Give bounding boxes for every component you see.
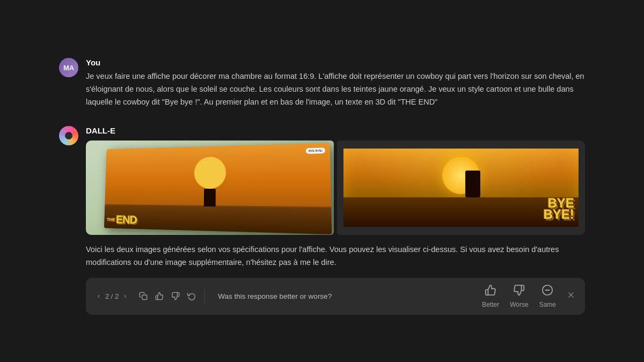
billboard-frame: BYEBYE! (337, 141, 585, 235)
feedback-bar: ‹ 2 / 2 › (86, 278, 585, 315)
feedback-close-button[interactable] (567, 291, 575, 301)
same-label: Same (539, 301, 556, 308)
svg-rect-0 (142, 295, 147, 300)
nav-fraction: 2 / 2 (105, 292, 119, 300)
generated-image-2[interactable]: BYEBYE! (337, 141, 585, 235)
action-icons (139, 292, 196, 300)
feedback-question: Was this response better or worse? (214, 292, 473, 300)
dalle-avatar (59, 126, 78, 145)
poster-card: BYE BYE! THE END (104, 143, 332, 234)
billboard-inner: BYEBYE! (343, 149, 579, 227)
dalle-author-label: DALL-E (86, 126, 585, 135)
nav-next-button[interactable]: › (122, 291, 128, 301)
chat-container: MA You Je veux faire une affiche pour dé… (59, 47, 585, 315)
worse-label: Worse (510, 301, 528, 308)
dalle-response-text: Voici les deux images générées selon vos… (86, 243, 585, 269)
the-text: THE (107, 217, 115, 222)
refresh-button[interactable] (187, 292, 196, 300)
nav-prev-button[interactable]: ‹ (96, 291, 102, 301)
better-option[interactable]: Better (482, 284, 499, 308)
billboard-cowboy-silhouette (465, 171, 480, 197)
same-icon (541, 284, 553, 299)
images-row: BYE BYE! THE END (86, 141, 585, 235)
thumbs-down-button[interactable] (171, 292, 180, 300)
vertical-divider (204, 290, 205, 302)
feedback-options: Better Worse (482, 284, 556, 308)
poster-cowboy-silhouette (204, 189, 216, 208)
thumbs-up-icon (485, 284, 496, 299)
nav-controls: ‹ 2 / 2 › (96, 291, 128, 301)
user-avatar: MA (59, 58, 78, 77)
billboard-bye-text: BYEBYE! (544, 197, 574, 220)
better-label: Better (482, 301, 499, 308)
poster-sun (194, 157, 226, 189)
user-message: MA You Je veux faire une affiche pour dé… (59, 47, 585, 122)
dalle-content: DALL-E BYE BYE! THE END (86, 126, 585, 315)
end-text: END (116, 214, 137, 226)
thumbs-down-icon (513, 284, 525, 299)
user-message-text: Je veux faire une affiche pour décorer m… (86, 70, 585, 109)
dalle-avatar-inner (65, 132, 72, 139)
user-message-content: You Je veux faire une affiche pour décor… (86, 58, 585, 109)
worse-option[interactable]: Worse (510, 284, 528, 308)
same-option[interactable]: Same (539, 284, 556, 308)
generated-image-1[interactable]: BYE BYE! THE END (86, 141, 334, 235)
dalle-message: DALL-E BYE BYE! THE END (59, 122, 585, 315)
speech-bubble: BYE BYE! (306, 147, 325, 153)
thumbs-up-button[interactable] (155, 292, 164, 300)
user-author-label: You (86, 58, 585, 67)
copy-button[interactable] (139, 292, 148, 300)
